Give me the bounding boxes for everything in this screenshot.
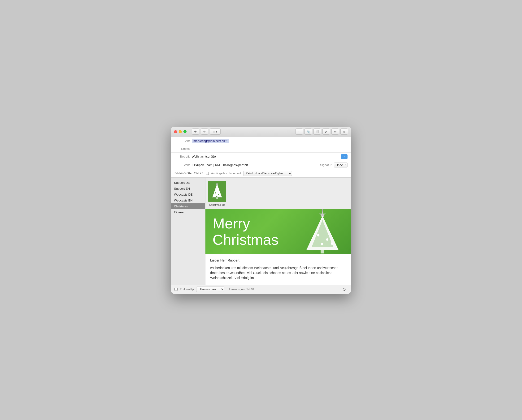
window-icon: ▭ <box>334 130 336 133</box>
email-text: Lieber Herr Ruppert, wir bedanken uns mi… <box>206 254 351 285</box>
banner-text: Merry Christmas <box>213 215 278 248</box>
grid-button[interactable]: ⊞ <box>340 128 348 135</box>
followup-select-wrapper: Übermorgen <box>196 286 224 292</box>
svg-point-6 <box>216 196 217 197</box>
svg-point-17 <box>321 243 323 245</box>
photo-icon: ⬜ <box>316 130 319 133</box>
banner-line1: Merry <box>213 215 278 232</box>
from-field-row: Von: iOSXpert Team | RM – hallo@iosxpert… <box>171 161 351 169</box>
svg-point-18 <box>331 242 333 245</box>
subject-field-row: Betreff: Weihnachtsgrüße ✓ <box>171 153 351 161</box>
email-size-value: 274 KB <box>194 172 203 175</box>
sidebar-item-webcasts-de[interactable]: Webcasts DE <box>171 192 205 197</box>
template-name: Christmas_de <box>209 203 225 206</box>
maximize-button[interactable] <box>184 130 186 133</box>
list-icon: ≡ ▾ <box>213 130 217 134</box>
minimize-button[interactable] <box>179 130 182 133</box>
upload-label: Anhänge hochladen mit <box>211 172 241 175</box>
from-label: Von: <box>175 163 190 167</box>
emoji-button[interactable]: ☺ <box>341 286 347 293</box>
window-button[interactable]: ▭ <box>331 128 339 135</box>
email-greeting: Lieber Herr Ruppert, <box>210 258 346 262</box>
grid-icon: ⊞ <box>343 130 345 133</box>
followup-checkbox[interactable] <box>175 288 177 291</box>
email-body: wir bedanken uns mit diesem Weihnachts- … <box>210 265 346 280</box>
template-area: Christmas_de <box>206 178 351 209</box>
cc-field-row: Kopie: <box>171 145 351 153</box>
upload-service-select[interactable]: Kein Upload-Dienst verfügbar <box>243 171 292 176</box>
recipient-caret: ▾ <box>226 140 227 142</box>
sidebar-item-christmas[interactable]: Christmas <box>171 203 205 209</box>
svg-point-16 <box>326 238 328 241</box>
template-thumbnail[interactable] <box>208 181 226 202</box>
recipient-tag[interactable]: marketing@iosxpert.biz ▾ <box>192 139 229 143</box>
subject-label: Betreff: <box>175 155 190 158</box>
reply-button[interactable]: ← <box>296 128 303 135</box>
template-grid: Christmas_de <box>208 181 348 206</box>
christmas-tree-decoration <box>299 212 346 254</box>
email-size-label: E-Mail-Größe: 274 KB <box>175 172 203 175</box>
from-value: iOSXpert Team | RM – hallo@iosxpert.biz <box>192 163 320 167</box>
signature-label: Signatur: <box>320 163 332 167</box>
svg-rect-7 <box>216 197 218 199</box>
list-button[interactable]: ≡ ▾ <box>210 128 221 135</box>
email-composer-window: ✈ ✈ ≡ ▾ ← 📎 ⬜ A ▭ <box>171 127 351 294</box>
paperclip-icon: 📎 <box>306 130 310 134</box>
svg-point-15 <box>317 234 319 236</box>
emoji-icon: ☺ <box>342 287 346 292</box>
christmas-banner: Merry Christmas <box>206 209 351 254</box>
email-size-prefix: E-Mail-Größe: <box>175 172 192 175</box>
attachment-row: E-Mail-Größe: 274 KB Anhänge hochladen m… <box>171 169 351 177</box>
bottom-bar: Follow-Up Übermorgen Übermorgen, 14:48 ☺ <box>171 285 351 294</box>
traffic-lights <box>174 130 186 133</box>
signature-wrapper: Ohne <box>334 163 347 167</box>
email-header: An: marketing@iosxpert.biz ▾ Kopie: Betr… <box>171 137 351 178</box>
banner-line2: Christmas <box>213 232 278 248</box>
content-section: Christmas_de Merry Christmas <box>206 178 351 285</box>
send-later-icon: ✈ <box>203 130 206 134</box>
followup-select[interactable]: Übermorgen <box>196 286 224 292</box>
sidebar-item-support-en[interactable]: Support EN <box>171 186 205 192</box>
font-icon: A <box>325 130 327 134</box>
email-preview: Merry Christmas <box>206 209 351 285</box>
sidebar-item-eigene[interactable]: Eigene <box>171 209 205 215</box>
reply-icon: ← <box>298 130 301 134</box>
send-button[interactable]: ✈ <box>192 128 199 135</box>
photo-button[interactable]: ⬜ <box>314 128 321 135</box>
toolbar-actions: ✈ ✈ ≡ ▾ <box>192 128 221 135</box>
body-area: Support DE Support EN Webcasts DE Webcas… <box>171 178 351 285</box>
signature-section: Signatur: Ohne <box>320 163 347 167</box>
svg-point-5 <box>218 194 219 195</box>
send-icon: ✈ <box>194 130 197 134</box>
to-label: An: <box>175 139 190 143</box>
template-christmas-de[interactable]: Christmas_de <box>208 181 226 206</box>
subject-confirm-button[interactable]: ✓ <box>341 154 347 159</box>
template-sidebar: Support DE Support EN Webcasts DE Webcas… <box>171 178 206 285</box>
signature-select[interactable]: Ohne <box>334 163 347 167</box>
checkmark-icon: ✓ <box>343 155 345 158</box>
close-button[interactable] <box>174 130 177 133</box>
attachment-button[interactable]: 📎 <box>305 128 312 135</box>
svg-point-4 <box>215 192 216 194</box>
svg-rect-19 <box>321 250 324 254</box>
followup-date: Übermorgen, 14:48 <box>228 287 254 291</box>
to-field-row: An: marketing@iosxpert.biz ▾ <box>171 137 351 145</box>
titlebar: ✈ ✈ ≡ ▾ ← 📎 ⬜ A ▭ <box>171 127 351 137</box>
sidebar-item-webcasts-en[interactable]: Webcasts EN <box>171 197 205 203</box>
sidebar-item-support-de[interactable]: Support DE <box>171 180 205 186</box>
font-button[interactable]: A <box>322 128 330 135</box>
cc-label: Kopie: <box>175 147 190 150</box>
titlebar-right-actions: ← 📎 ⬜ A ▭ ⊞ <box>296 128 348 135</box>
upload-checkbox[interactable] <box>206 172 209 175</box>
subject-value[interactable]: Weihnachtsgrüße <box>192 155 341 158</box>
send-later-button[interactable]: ✈ <box>201 128 208 135</box>
followup-label: Follow-Up <box>180 287 194 291</box>
recipient-email: marketing@iosxpert.biz <box>193 139 226 143</box>
